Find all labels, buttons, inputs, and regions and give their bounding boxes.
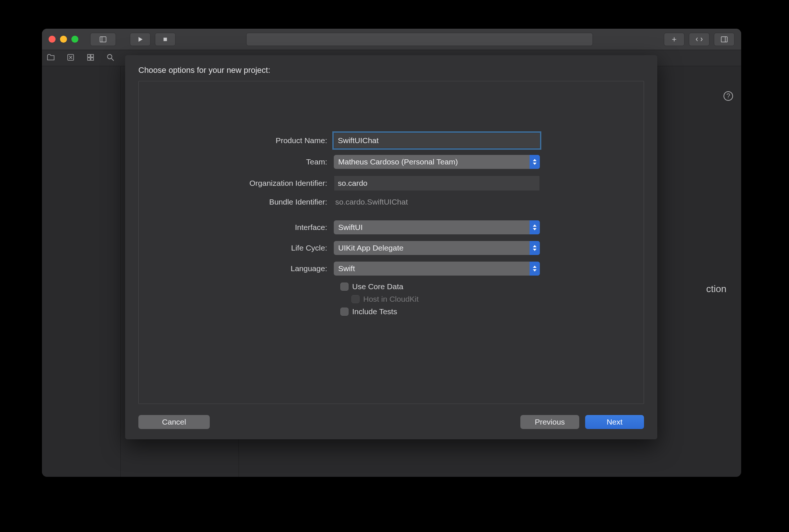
chevron-updown-icon bbox=[530, 262, 540, 276]
run-button[interactable] bbox=[130, 33, 151, 46]
svg-marker-2 bbox=[138, 37, 142, 42]
language-select[interactable]: Swift bbox=[334, 262, 540, 276]
toggle-inspectors-button[interactable] bbox=[714, 33, 735, 46]
sheet-form-container: Product Name: Team: Matheus Cardoso (Per… bbox=[138, 81, 644, 404]
scheme-activity-bar[interactable] bbox=[246, 33, 593, 46]
svg-rect-14 bbox=[91, 58, 93, 60]
source-control-icon[interactable] bbox=[66, 53, 75, 63]
folder-icon[interactable] bbox=[46, 53, 55, 63]
chevron-updown-icon bbox=[530, 241, 540, 255]
cancel-button[interactable]: Cancel bbox=[138, 415, 210, 429]
sheet-footer: Cancel Previous Next bbox=[138, 415, 644, 429]
language-label: Language: bbox=[161, 264, 334, 273]
team-select-value: Matheus Cardoso (Personal Team) bbox=[338, 157, 458, 166]
svg-rect-3 bbox=[163, 38, 167, 41]
product-name-label: Product Name: bbox=[161, 136, 334, 145]
life-cycle-label: Life Cycle: bbox=[161, 244, 334, 252]
include-tests-checkbox-row[interactable]: Include Tests bbox=[340, 307, 622, 316]
checkbox-icon bbox=[340, 308, 348, 316]
chevron-updown-icon bbox=[530, 155, 540, 169]
svg-rect-13 bbox=[88, 58, 90, 60]
symbols-icon[interactable] bbox=[86, 53, 95, 63]
team-select[interactable]: Matheus Cardoso (Personal Team) bbox=[334, 155, 540, 169]
help-icon[interactable]: ? bbox=[723, 91, 733, 101]
svg-rect-12 bbox=[91, 54, 93, 57]
org-identifier-input[interactable] bbox=[334, 175, 540, 191]
library-add-button[interactable] bbox=[664, 33, 684, 46]
search-icon[interactable] bbox=[106, 53, 115, 63]
new-project-options-sheet: Choose options for your new project: Pro… bbox=[125, 55, 657, 439]
svg-rect-6 bbox=[721, 36, 728, 42]
host-in-cloudkit-checkbox-row: Host in CloudKit bbox=[351, 295, 622, 304]
interface-label: Interface: bbox=[161, 223, 334, 232]
stop-button[interactable] bbox=[155, 33, 176, 46]
svg-rect-0 bbox=[100, 36, 106, 42]
include-tests-label: Include Tests bbox=[352, 307, 397, 316]
previous-button[interactable]: Previous bbox=[520, 415, 579, 429]
titlebar bbox=[42, 29, 741, 50]
language-select-value: Swift bbox=[338, 264, 355, 273]
bundle-identifier-value: so.cardo.SwiftUIChat bbox=[334, 198, 540, 206]
window-controls bbox=[49, 36, 78, 43]
sheet-title: Choose options for your new project: bbox=[138, 65, 644, 75]
toggle-navigator-button[interactable] bbox=[90, 33, 116, 46]
chevron-updown-icon bbox=[530, 220, 540, 234]
background-text-fragment: ction bbox=[706, 283, 726, 295]
host-in-cloudkit-label: Host in CloudKit bbox=[363, 295, 419, 304]
product-name-input[interactable] bbox=[334, 133, 540, 148]
svg-point-15 bbox=[107, 54, 112, 59]
svg-rect-11 bbox=[88, 54, 90, 57]
interface-select[interactable]: SwiftUI bbox=[334, 220, 540, 234]
checkbox-icon bbox=[351, 295, 360, 303]
checkbox-icon bbox=[340, 283, 348, 291]
bundle-identifier-label: Bundle Identifier: bbox=[161, 198, 334, 206]
interface-select-value: SwiftUI bbox=[338, 223, 363, 232]
code-review-button[interactable] bbox=[689, 33, 710, 46]
org-identifier-label: Organization Identifier: bbox=[161, 179, 334, 188]
use-core-data-label: Use Core Data bbox=[352, 282, 403, 291]
minimize-window-icon[interactable] bbox=[60, 36, 67, 43]
team-label: Team: bbox=[161, 157, 334, 166]
life-cycle-select[interactable]: UIKit App Delegate bbox=[334, 241, 540, 255]
navigator-pane bbox=[42, 66, 121, 477]
next-button[interactable]: Next bbox=[585, 415, 644, 429]
close-window-icon[interactable] bbox=[49, 36, 56, 43]
svg-line-16 bbox=[112, 58, 114, 61]
zoom-window-icon[interactable] bbox=[71, 36, 78, 43]
life-cycle-select-value: UIKit App Delegate bbox=[338, 244, 403, 252]
use-core-data-checkbox-row[interactable]: Use Core Data bbox=[340, 282, 622, 291]
